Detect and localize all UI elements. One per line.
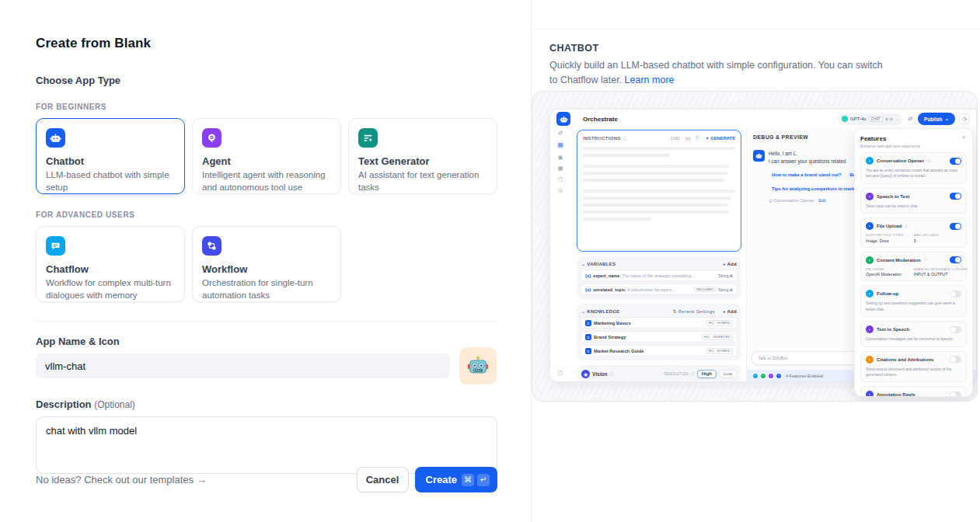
feature-item-conversation-opener: • Conversation Opener ⓘ You are an entit… xyxy=(860,152,967,184)
card-desc: LLM-based chatbot with simple setup xyxy=(46,169,175,193)
annotation-icon: • xyxy=(866,391,874,397)
toggle-on xyxy=(950,256,961,263)
card-title: Chatbot xyxy=(46,155,175,167)
resolution-high-option: High xyxy=(697,370,717,378)
create-app-dialog: Create from Blank Choose App Type FOR BE… xyxy=(0,0,531,522)
chatbot-preview-image: Orchestrate GPT-4o CHAT ⚙ ⚙ ⌄ ⇄ Publish⌄… xyxy=(532,91,978,402)
vision-icon: ◉ xyxy=(581,370,590,378)
variable-row: {x} expert_name The name of the strategi… xyxy=(581,270,738,281)
app-icon-button[interactable] xyxy=(459,347,497,385)
resolution-low-option: Low xyxy=(719,370,737,378)
cmd-key-icon: ⌘ xyxy=(462,474,474,486)
variable-insert-icon: {x} xyxy=(685,136,690,141)
description-label: Description (Optional) xyxy=(36,398,497,410)
feature-item-file-upload: • File Upload ⓘ SUPPORT FILE TYPESImage,… xyxy=(860,218,967,248)
toggle-off xyxy=(950,356,961,363)
folder-icon: • xyxy=(866,222,874,230)
speech-feature-icon: • xyxy=(768,373,774,379)
preview-sidebar: ⇄ ▤ ▣ ▦ ▢ ◎ ▢ xyxy=(550,128,570,381)
greeting-line1: Hello, I am L. xyxy=(769,151,797,156)
publish-button: Publish⌄ xyxy=(918,113,955,125)
model-name: GPT-4o xyxy=(850,117,867,121)
feature-item-citations: • Citations and Attributions Show source… xyxy=(860,351,967,383)
shield-icon: • xyxy=(866,256,874,264)
description-optional-label: (Optional) xyxy=(94,399,135,410)
history-icon: ◷ xyxy=(959,113,970,124)
vision-row: ◉ Vision ⓘ RESOLUTION ⓘ High Low xyxy=(577,365,741,382)
features-enabled-count: 4 Features Enabled xyxy=(786,374,823,378)
text-generator-icon xyxy=(358,128,378,148)
greeting-line2: I can answer your questions related xyxy=(769,158,846,164)
bot-avatar xyxy=(753,150,765,162)
info-icon: ⓘ xyxy=(924,258,928,262)
opener-feature-icon: • xyxy=(752,373,759,379)
app-type-card-workflow[interactable]: Workflow Orchestration for single-turn a… xyxy=(192,226,341,302)
preview-config-column: INSTRUCTIONS ⓘ 2182 {x} ⎘ ✦ GENERATE xyxy=(570,128,746,381)
info-icon: ⓘ xyxy=(609,371,613,376)
info-icon: ⓘ xyxy=(905,224,909,228)
app-name-input[interactable] xyxy=(36,353,450,378)
follow-up-icon: • xyxy=(866,290,874,298)
card-title: Workflow xyxy=(202,263,331,275)
card-title: Agent xyxy=(202,155,331,167)
card-title: Chatflow xyxy=(46,263,175,275)
token-count: 2182 xyxy=(671,136,680,141)
feature-item-text-to-speech: • Text to Speech Conversation messages c… xyxy=(860,321,967,346)
model-settings-icons: ⚙ ⚙ xyxy=(885,117,893,121)
section-divider xyxy=(36,321,497,322)
app-type-detail-panel: CHATBOT Quickly build an LLM-based chatb… xyxy=(531,0,980,522)
toggle-on xyxy=(950,158,961,165)
preview-app-title: Orchestrate xyxy=(583,116,618,123)
cancel-button[interactable]: Cancel xyxy=(357,467,409,492)
conversation-opener-icon: • xyxy=(866,157,874,165)
templates-link[interactable]: No ideas? Check out our templates → xyxy=(36,474,207,485)
web-tool-icon: ◎ xyxy=(558,187,563,193)
microphone-icon: • xyxy=(866,193,874,200)
instructions-skeleton-text xyxy=(583,147,735,221)
info-icon: ⓘ xyxy=(691,371,695,376)
detail-description: Quickly build an LLM-based chatbot with … xyxy=(549,58,890,88)
feature-item-follow-up: • Follow-up Setting up next questions su… xyxy=(860,285,967,317)
copy-icon: ⎘ xyxy=(696,135,699,141)
for-advanced-users-label: FOR ADVANCED USERS xyxy=(36,211,497,219)
collapse-icon: ⇄ xyxy=(558,130,563,135)
preview-app-icon xyxy=(556,112,570,126)
agent-icon xyxy=(202,128,221,148)
instructions-label: INSTRUCTIONS xyxy=(583,136,621,141)
description-textarea[interactable]: chat with vllm model xyxy=(36,416,497,474)
app-type-card-agent[interactable]: Agent Intelligent agent with reasoning a… xyxy=(192,118,341,194)
chatflow-icon xyxy=(46,236,65,256)
app-type-card-chatflow[interactable]: Chatflow Workflow for complex multi-turn… xyxy=(36,226,185,302)
info-icon: ⓘ xyxy=(623,136,627,141)
detail-heading: CHATBOT xyxy=(549,43,980,54)
toggle-off xyxy=(950,392,961,397)
compare-icon: ⇄ xyxy=(908,116,912,122)
suggested-question: How to make a brand stand out? xyxy=(769,171,845,179)
model-chat-badge: CHAT xyxy=(869,117,883,122)
notes-tool-icon: ▢ xyxy=(558,176,563,182)
bottom-panel-icon: ▢ xyxy=(558,370,563,375)
dialog-title: Create from Blank xyxy=(36,36,497,51)
create-button[interactable]: Create ⌘ ↵ xyxy=(415,467,497,492)
knowledge-row: ≡ Market Research Guide HQ · HYBRID xyxy=(581,345,738,357)
features-subtitle: Enhance web-app user experience xyxy=(860,144,967,148)
rerank-settings-button: ⇅ Rerank Settings xyxy=(672,308,714,314)
upload-feature-icon: • xyxy=(776,373,782,379)
citation-icon: • xyxy=(866,356,874,364)
feature-item-content-moderation: • Content Moderation ⓘ PROVIDEROpenAI Mo… xyxy=(860,252,967,282)
required-badge: REQUIRED xyxy=(694,287,716,292)
right-panel-header xyxy=(532,0,980,30)
image-tool-icon: ▣ xyxy=(558,155,563,160)
info-icon: ⓘ xyxy=(927,159,931,163)
generate-button: ✦ GENERATE xyxy=(706,136,735,141)
preview-window-header: Orchestrate GPT-4o CHAT ⚙ ⚙ ⌄ ⇄ Publish⌄… xyxy=(550,110,976,128)
learn-more-link[interactable]: Learn more xyxy=(625,75,675,85)
docs-tool-icon: ▦ xyxy=(558,165,563,171)
workflow-icon xyxy=(202,236,221,256)
app-type-card-text-generator[interactable]: Text Generator AI assistant for text gen… xyxy=(348,118,497,194)
beginner-cards: Chatbot LLM-based chatbot with simple se… xyxy=(36,118,497,194)
app-type-card-chatbot[interactable]: Chatbot LLM-based chatbot with simple se… xyxy=(36,118,185,194)
advanced-cards: Chatflow Workflow for complex multi-turn… xyxy=(36,226,497,302)
model-chevron-icon: ⌄ xyxy=(895,117,898,121)
knowledge-row: ≡ Brand Strategy HQ · INVERTED xyxy=(581,331,738,343)
